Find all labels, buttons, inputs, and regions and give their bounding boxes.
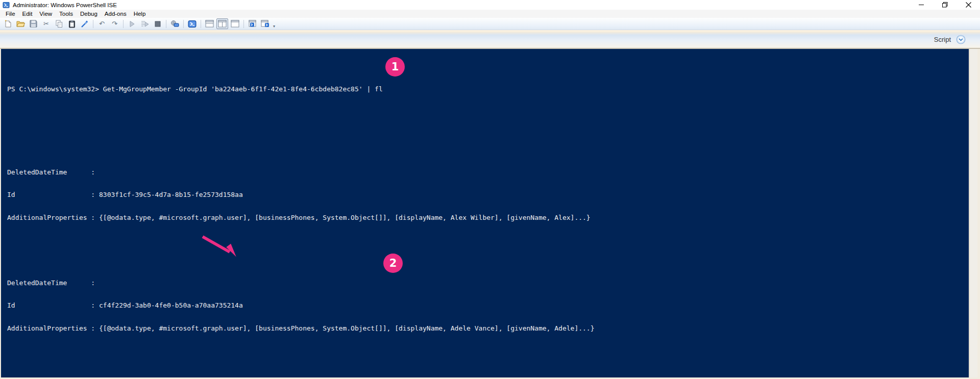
menu-item[interactable]: Tools: [56, 11, 77, 17]
menu-item[interactable]: File: [2, 11, 19, 17]
menu-item[interactable]: Add-ons: [101, 11, 130, 17]
toolbar-separator: [243, 20, 244, 28]
show-script-pane-right-button[interactable]: [216, 18, 228, 29]
command-line-1: PS C:\windows\system32> Get-MgGroupMembe…: [7, 86, 969, 93]
cut-button[interactable]: ✂: [40, 18, 52, 29]
console-area: PS C:\windows\system32> Get-MgGroupMembe…: [0, 48, 980, 379]
show-script-pane-maximized-button[interactable]: [229, 18, 241, 29]
script-pane-label: Script: [934, 36, 951, 43]
annotation-step-2-badge: 2: [383, 254, 403, 273]
command-1-text: PS C:\windows\system32> Get-MgGroupMembe…: [7, 85, 383, 93]
run-selection-button[interactable]: [139, 18, 151, 29]
copy-button[interactable]: [53, 18, 65, 29]
command-1-output: DeletedDateTime : Id : 8303f1cf-39c5-4d7…: [7, 131, 969, 377]
record-id-value: cf4f229d-3ab0-4fe0-b50a-a70aa735214a: [99, 301, 243, 309]
menu-item[interactable]: View: [36, 11, 56, 17]
menu-bar: File Edit View Tools Debug Add-ons Help: [0, 10, 980, 18]
toolbar-overflow-icon[interactable]: ▾: [273, 24, 275, 30]
close-powershell-tab-button[interactable]: [259, 18, 271, 29]
annotation-step-1-badge: 1: [385, 57, 405, 77]
window-title: Administrator: Windows PowerShell ISE: [13, 2, 117, 8]
record-id-value: 8303f1cf-39c5-4d7a-8b15-fe2573d158aa: [99, 191, 243, 198]
restore-button[interactable]: [933, 0, 957, 10]
record-deleteddatetime-line: DeletedDateTime :: [7, 280, 969, 287]
record-additionalproperties-line: AdditionalProperties : {[@odata.type, #m…: [7, 214, 969, 222]
save-script-button[interactable]: [28, 18, 39, 29]
undo-button[interactable]: ↶: [96, 18, 108, 29]
toolbar-separator: [123, 20, 124, 28]
minimize-button[interactable]: [910, 0, 933, 10]
script-pane-header: Script: [0, 32, 980, 47]
show-script-pane-top-button[interactable]: [204, 18, 215, 29]
open-script-button[interactable]: [15, 18, 27, 29]
toolbar-separator: [183, 20, 184, 28]
menu-item[interactable]: Debug: [77, 11, 101, 17]
record-additionalproperties-line: AdditionalProperties : {[@odata.type, #m…: [7, 325, 969, 333]
fl-record: DeletedDateTime : Id : cf4f229d-3ab0-4fe…: [7, 265, 969, 347]
menu-item[interactable]: Help: [130, 11, 150, 17]
redo-icon: ↷: [112, 20, 117, 27]
clear-console-pane-button[interactable]: [79, 18, 90, 29]
paste-button[interactable]: [66, 18, 78, 29]
new-powershell-tab-button[interactable]: [247, 18, 258, 29]
run-script-button[interactable]: [126, 18, 138, 29]
powershell-ise-window: Administrator: Windows PowerShell ISE Fi…: [0, 0, 980, 379]
console-scrollbar[interactable]: [969, 49, 977, 377]
scissors-icon: ✂: [43, 20, 49, 27]
start-powershell-button[interactable]: [186, 18, 198, 29]
annotation-arrow: [194, 232, 245, 262]
redo-button[interactable]: ↷: [109, 18, 120, 29]
new-remote-powershell-tab-button[interactable]: [169, 18, 181, 29]
record-id-line: Id : cf4f229d-3ab0-4fe0-b50a-a70aa735214…: [7, 302, 969, 310]
toolbar: ✂ ↶ ↷: [0, 18, 980, 30]
powershell-app-icon: [3, 2, 10, 9]
undo-icon: ↶: [99, 20, 105, 27]
record-deleteddatetime-line: DeletedDateTime :: [7, 169, 969, 176]
toolbar-separator: [201, 20, 201, 28]
menu-item[interactable]: Edit: [19, 11, 36, 17]
fl-record: DeletedDateTime : Id : 3ef3ee4d-34f0-4a1…: [7, 375, 969, 378]
console-pane[interactable]: PS C:\windows\system32> Get-MgGroupMembe…: [1, 49, 969, 377]
stop-operation-button[interactable]: [152, 18, 163, 29]
record-id-line: Id : 8303f1cf-39c5-4d7a-8b15-fe2573d158a…: [7, 191, 969, 199]
close-button[interactable]: [957, 0, 980, 10]
expand-script-pane-chevron-icon[interactable]: [956, 35, 966, 44]
toolbar-separator: [93, 20, 93, 28]
fl-record: DeletedDateTime : Id : 8303f1cf-39c5-4d7…: [7, 154, 969, 237]
toolbar-separator: [166, 20, 166, 28]
new-script-button[interactable]: [2, 18, 14, 29]
title-bar: Administrator: Windows PowerShell ISE: [0, 0, 980, 10]
